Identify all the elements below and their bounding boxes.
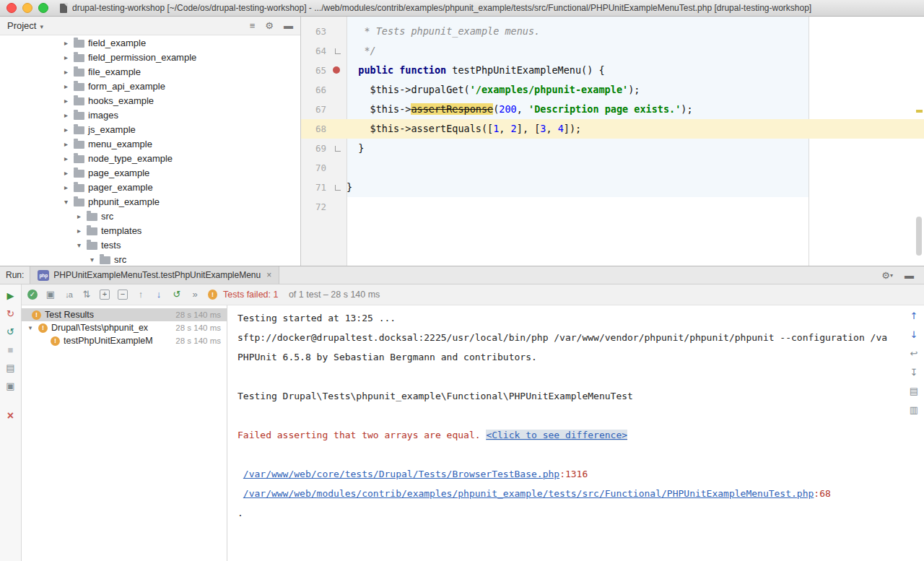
rerun-button[interactable]: ▶ [5, 290, 17, 302]
chevron-right-icon[interactable]: ▸ [62, 169, 70, 177]
failed-test-gutter-icon[interactable] [333, 66, 340, 74]
project-tree-item-hooks_example[interactable]: ▸hooks_example [0, 93, 300, 108]
chevron-right-icon[interactable]: ▸ [62, 53, 70, 61]
project-tree-item-js_example[interactable]: ▸js_example [0, 122, 300, 136]
code-text[interactable]: } [346, 139, 364, 158]
fold-marker-icon[interactable] [335, 48, 341, 54]
next-failed-test-icon[interactable]: ↓ [154, 289, 164, 300]
code-text[interactable]: */ [346, 41, 376, 61]
project-tree-item-form_api_example[interactable]: ▸form_api_example [0, 79, 300, 93]
warning-stripe-mark[interactable] [916, 110, 923, 113]
project-tree-item-pager_example[interactable]: ▸pager_example [0, 180, 300, 194]
chevron-right-icon[interactable]: ▸ [62, 155, 70, 162]
chevron-right-icon[interactable]: ▸ [75, 227, 83, 235]
rerun-failed-tests-button[interactable]: ↻ [5, 308, 17, 320]
chevron-right-icon[interactable]: ▸ [62, 82, 70, 90]
chevron-down-icon[interactable]: ▾ [88, 256, 96, 264]
code-text[interactable]: public function testPhpUnitExampleMenu()… [346, 61, 605, 80]
chevron-down-icon[interactable]: ▾ [75, 241, 83, 249]
close-window-button[interactable] [6, 3, 17, 13]
editor-scrollbar[interactable] [916, 217, 922, 256]
print-icon[interactable]: ▤ [910, 386, 918, 397]
console-link[interactable]: /var/www/web/modules/contrib/examples/ph… [243, 488, 814, 499]
stop-button[interactable]: ■ [5, 344, 17, 356]
editor-line-72: 72 [301, 197, 924, 217]
toggle-auto-test-button[interactable]: ↺ [5, 326, 17, 338]
chevron-down-icon[interactable]: ▾ [62, 198, 70, 206]
run-tab[interactable]: php PHPUnitExampleMenuTest.testPhpUnitEx… [30, 266, 279, 284]
test-failed-icon: ! [38, 323, 48, 333]
fold-marker-icon[interactable] [335, 185, 341, 191]
chevron-right-icon[interactable]: ▸ [62, 183, 70, 191]
expand-all-icon[interactable]: + [100, 290, 110, 300]
project-tree-item-file_example[interactable]: ▸file_example [0, 64, 300, 79]
test-failed-icon: ! [32, 310, 41, 320]
gutter-line-69: 69 [301, 139, 346, 158]
code-text[interactable]: $this->assertEquals([1, 2], [3, 4]); [346, 119, 581, 139]
fold-marker-icon[interactable] [335, 146, 341, 152]
tree-item-label: js_example [88, 124, 136, 135]
editor-line-68: 68 $this->assertEquals([1, 2], [3, 4]); [301, 119, 924, 139]
project-tree-item-src[interactable]: ▸src [0, 209, 300, 223]
chevron-right-icon[interactable]: ▸ [62, 140, 70, 148]
more-options-icon[interactable]: » [190, 289, 200, 300]
chevron-right-icon[interactable]: ▸ [62, 97, 70, 105]
code-text[interactable]: $this->assertResponse(200, 'Description … [346, 100, 693, 119]
folder-icon [74, 155, 84, 163]
project-tree-item-field_permission_example[interactable]: ▸field_permission_example [0, 50, 300, 64]
chevron-right-icon[interactable]: ▸ [75, 212, 83, 220]
show-passed-icon[interactable]: ✓ [27, 290, 38, 300]
show-ignored-icon[interactable]: ▣ [45, 289, 56, 300]
prev-occurrence-icon[interactable]: ↑ [910, 310, 918, 322]
console-text: Failed asserting that two arrays are equ… [237, 430, 486, 440]
settings-gear-icon[interactable]: ⚙ [265, 20, 274, 31]
test-history-icon[interactable]: ↺ [172, 289, 182, 300]
soft-wrap-icon[interactable]: ↩ [910, 348, 918, 360]
code-segment: ); [628, 84, 640, 95]
sort-by-duration-icon[interactable]: ⇅ [82, 289, 92, 300]
chevron-right-icon[interactable]: ▸ [62, 111, 70, 119]
window-title: drupal-testing-workshop [~/Code/os/drupa… [72, 3, 811, 13]
project-tree-item-node_type_example[interactable]: ▸node_type_example [0, 151, 300, 165]
code-text[interactable]: $this->drupalGet('/examples/phpunit-exam… [346, 80, 640, 100]
pin-tab-button[interactable]: ▣ [5, 380, 17, 392]
project-tree-item-field_example[interactable]: ▸field_example [0, 35, 300, 50]
close-button[interactable]: × [5, 410, 17, 422]
code-text[interactable]: } [346, 178, 352, 197]
test-tree-row-2[interactable]: !testPhpUnitExampleM28 s 140 ms [22, 334, 227, 347]
editor[interactable]: 63 * Tests phpunit_example menus.64 */65… [301, 16, 924, 266]
project-tree-item-page_example[interactable]: ▸page_example [0, 165, 300, 180]
close-tab-icon[interactable]: × [266, 270, 271, 280]
settings-gear-icon[interactable]: ⚙▾ [881, 270, 893, 281]
console-link[interactable]: /var/www/web/core/tests/Drupal/Tests/Bro… [243, 469, 559, 479]
project-tree-item-phpunit_example[interactable]: ▾phpunit_example [0, 194, 300, 209]
next-occurrence-icon[interactable]: ↓ [910, 329, 918, 341]
folder-icon [74, 199, 84, 206]
minimize-window-button[interactable] [22, 3, 32, 13]
test-tree-row-0[interactable]: !Test Results28 s 140 ms [22, 308, 227, 321]
sort-alphabetically-icon[interactable]: ↓a [64, 289, 74, 300]
chevron-right-icon[interactable]: ▸ [62, 126, 70, 134]
collapse-all-icon[interactable]: − [118, 290, 128, 300]
hide-panel-icon[interactable]: ▬ [284, 20, 293, 31]
console-link[interactable]: <Click to see difference> [486, 430, 627, 440]
chevron-right-icon[interactable]: ▸ [62, 68, 70, 76]
scroll-to-end-icon[interactable]: ↧ [910, 367, 918, 378]
hide-panel-icon[interactable]: ▬ [905, 270, 914, 281]
clear-all-icon[interactable]: ▥ [910, 404, 918, 416]
project-tree-item-menu_example[interactable]: ▸menu_example [0, 136, 300, 151]
restore-layout-button[interactable]: ▤ [5, 362, 17, 374]
project-tree-item-images[interactable]: ▸images [0, 108, 300, 122]
project-tree-item-src[interactable]: ▾src [0, 252, 300, 266]
test-tree-row-1[interactable]: ▾!Drupal\Tests\phpunit_ex28 s 140 ms [22, 321, 227, 334]
previous-failed-test-icon[interactable]: ↑ [136, 289, 146, 300]
console-output[interactable]: Testing started at 13:25 ...sftp://docke… [227, 305, 924, 561]
zoom-window-button[interactable] [38, 3, 48, 13]
chevron-down-icon[interactable]: ▾ [26, 324, 35, 331]
code-text[interactable]: * Tests phpunit_example menus. [346, 22, 540, 41]
project-tree-item-templates[interactable]: ▸templates [0, 223, 300, 238]
align-icon[interactable]: ≡ [250, 20, 256, 31]
project-view-dropdown[interactable]: Project▾ [7, 20, 43, 31]
project-tree-item-tests[interactable]: ▾tests [0, 238, 300, 252]
chevron-right-icon[interactable]: ▸ [62, 39, 70, 47]
